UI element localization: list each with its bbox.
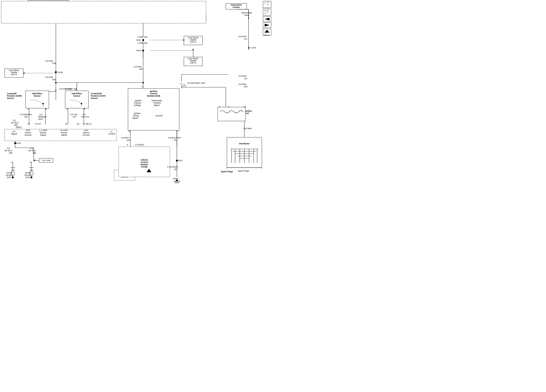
- coil-a-pin: A: [228, 106, 229, 108]
- svg-text:Control: Control: [108, 133, 115, 135]
- distributor-label: Distributor: [239, 143, 250, 145]
- svg-point-93: [142, 39, 144, 41]
- hall-effect-1-label: Hall Effect: [32, 92, 42, 95]
- svg-text:0.8 PNK: 0.8 PNK: [134, 66, 142, 68]
- svg-text:1 x CMP: 1 x CMP: [39, 129, 47, 131]
- svg-text:DK BLU: DK BLU: [5, 150, 12, 152]
- svg-text:439: 439: [244, 85, 247, 88]
- svg-text:1 PNK: 1 PNK: [137, 36, 143, 38]
- svg-text:539: 539: [52, 62, 56, 65]
- svg-text:0.8 WHT: 0.8 WHT: [239, 35, 247, 38]
- svg-text:Sensor: Sensor: [91, 97, 98, 99]
- svg-text:(VCM): (VCM): [141, 166, 147, 168]
- ic-control-label: IC: [111, 130, 113, 133]
- coil-c-pin: C: [219, 106, 221, 108]
- svg-text:Sensor: Sensor: [61, 131, 67, 134]
- svg-point-253: [143, 82, 144, 83]
- svg-text:1 PNK: 1 PNK: [137, 42, 143, 44]
- svg-text:19: 19: [27, 123, 30, 125]
- svg-text:Control: Control: [141, 161, 148, 163]
- svg-text:Sensor: Sensor: [34, 95, 41, 97]
- svg-text:439: 439: [139, 68, 143, 70]
- ks1-label: Knock: [6, 171, 13, 174]
- icm-label: Ignition: [150, 90, 157, 92]
- svg-text:Cell 11: Cell 11: [190, 41, 196, 43]
- icm-b-pin: B: [129, 130, 130, 132]
- svg-text:Ignition: Ignition: [134, 112, 141, 115]
- svg-text:28: 28: [77, 123, 79, 125]
- svg-text:Module: Module: [141, 163, 148, 166]
- svg-text:4x CKP: 4x CKP: [60, 129, 68, 131]
- svg-text:DK BLU: DK BLU: [11, 122, 19, 124]
- wiring-diagram-svg: Hot In Run And Start Power Distribution …: [0, 0, 273, 196]
- svg-text:3: 3: [39, 123, 41, 125]
- c3-gry-label: C3 (GRY): [135, 144, 144, 146]
- s145-label: S145: [16, 142, 21, 144]
- hall-effect-2-label: Hall Effect: [72, 92, 82, 95]
- svg-text:423: 423: [127, 139, 130, 141]
- svg-text:Cell 11: Cell 11: [190, 62, 196, 64]
- svg-text:496: 496: [32, 152, 36, 154]
- svg-text:Timing: Timing: [133, 115, 139, 117]
- svg-text:Position (CKP): Position (CKP): [91, 95, 105, 97]
- svg-text:496: 496: [14, 124, 18, 126]
- svg-text:Tachometer: Tachometer: [151, 99, 162, 102]
- s103-label: S103: [178, 159, 182, 162]
- icm-c-pin: C: [176, 130, 178, 132]
- svg-point-175: [12, 176, 14, 178]
- svg-text:0.8: 0.8: [13, 119, 16, 122]
- 7-4l-label: 7.4L Only: [42, 159, 51, 162]
- s161-label: S161: [136, 39, 141, 41]
- svg-marker-129: [182, 84, 186, 86]
- svg-text:O: O: [267, 1, 269, 3]
- loc-label: L: [265, 2, 266, 4]
- svg-text:Sensor: Sensor: [83, 131, 90, 134]
- svg-point-250: [55, 82, 57, 83]
- svg-text:CKP: CKP: [84, 129, 88, 131]
- svg-text:Sensor: Sensor: [6, 174, 13, 176]
- svg-text:Signal: Signal: [132, 117, 138, 119]
- svg-text:0.8 PNK: 0.8 PNK: [46, 76, 53, 78]
- fuse-block-left-arrow: [23, 72, 25, 74]
- svg-text:A: A: [11, 161, 13, 163]
- svg-text:Cluster: Cluster: [233, 6, 240, 8]
- svg-text:Sensor: Sensor: [25, 131, 32, 134]
- svg-text:0.8: 0.8: [30, 147, 33, 150]
- svg-text:Control: Control: [150, 92, 157, 95]
- svg-text:Signal: Signal: [61, 134, 67, 136]
- svg-text:0.5: 0.5: [83, 113, 86, 116]
- svg-text:Ground: Ground: [83, 134, 90, 136]
- svg-marker-180: [34, 159, 35, 161]
- svg-text:573: 573: [73, 116, 76, 118]
- svg-point-194: [31, 176, 32, 178]
- svg-text:OBD II: OBD II: [264, 34, 269, 36]
- g104-label: G104: [173, 177, 178, 180]
- svg-text:Cell 11: Cell 11: [11, 73, 17, 76]
- svg-text:A: A: [30, 161, 31, 163]
- cmp-a-pin: A: [27, 108, 29, 110]
- desc-label: D: [265, 10, 266, 12]
- svg-text:439: 439: [144, 42, 147, 44]
- svg-text:Position (CMP): Position (CMP): [7, 95, 22, 97]
- svg-text:0.8: 0.8: [7, 147, 10, 150]
- svg-text:0.8 WHT/BLK 1847: 0.8 WHT/BLK 1847: [187, 82, 206, 84]
- svg-text:Spark Plugs: Spark Plugs: [238, 170, 249, 172]
- svg-text:0.5: 0.5: [39, 113, 43, 116]
- s104-label: S104: [136, 49, 141, 52]
- svg-text:633: 633: [43, 116, 46, 118]
- c2-8-label: C2 8: [35, 123, 39, 125]
- svg-text:BRN/: BRN/: [39, 116, 44, 118]
- svg-text:451: 451: [174, 168, 178, 170]
- icm-d-pin: D: [180, 83, 182, 85]
- ks-signal-label: KS: [13, 130, 15, 133]
- svg-rect-216: [218, 107, 246, 121]
- svg-text:0.8 WHT: 0.8 WHT: [239, 75, 247, 77]
- svg-text:0.8 WHT: 0.8 WHT: [121, 137, 130, 139]
- svg-text:Ground: Ground: [156, 115, 162, 117]
- svg-text:DK BLU: DK BLU: [28, 150, 36, 152]
- ckp-c-pin: C: [66, 108, 68, 110]
- w539-label: 0.8 PNK: [46, 60, 53, 62]
- svg-text:Module (ICM): Module (ICM): [147, 95, 160, 97]
- instrument-cluster-label: Instrument: [231, 4, 242, 6]
- svg-text:Voltage: Voltage: [134, 104, 141, 106]
